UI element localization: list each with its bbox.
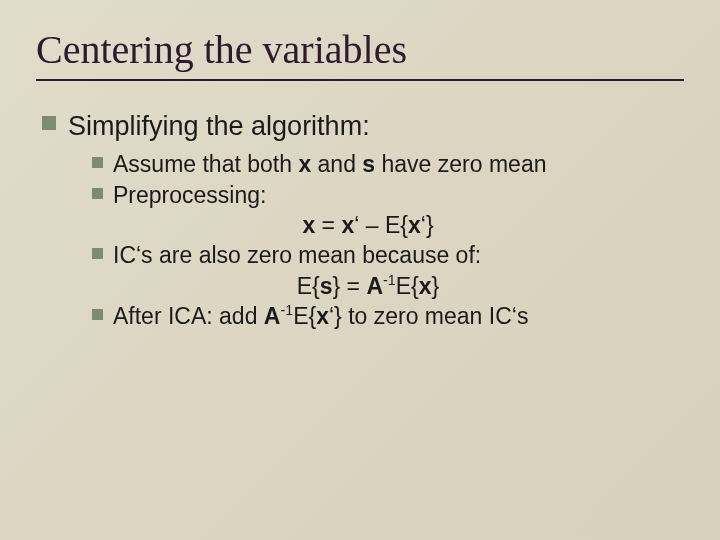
formula-expectation: E{s} = A-1E{x}: [36, 273, 684, 300]
bullet-assume: Assume that both x and s have zero mean: [92, 150, 684, 179]
title-rule: [36, 79, 684, 81]
bullet-text: After ICA: add A-1E{x‘} to zero mean IC‘…: [113, 302, 528, 331]
slide-title: Centering the variables: [36, 26, 684, 73]
bullet-preprocessing: Preprocessing:: [92, 181, 684, 210]
bullet-text: Assume that both x and s have zero mean: [113, 150, 546, 179]
bullet-text: IC‘s are also zero mean because of:: [113, 241, 481, 270]
square-bullet-icon: [42, 116, 56, 130]
square-bullet-icon: [92, 188, 103, 199]
bullet-text: Preprocessing:: [113, 181, 266, 210]
bullet-ics-zero-mean: IC‘s are also zero mean because of:: [92, 241, 684, 270]
bullet-after-ica: After ICA: add A-1E{x‘} to zero mean IC‘…: [92, 302, 684, 331]
bullet-lvl1: Simplifying the algorithm:: [42, 109, 684, 144]
formula-centering: x = x‘ – E{x‘}: [36, 212, 684, 239]
square-bullet-icon: [92, 309, 103, 320]
square-bullet-icon: [92, 248, 103, 259]
lvl1-text: Simplifying the algorithm:: [68, 109, 370, 144]
slide: Centering the variables Simplifying the …: [0, 0, 720, 540]
square-bullet-icon: [92, 157, 103, 168]
